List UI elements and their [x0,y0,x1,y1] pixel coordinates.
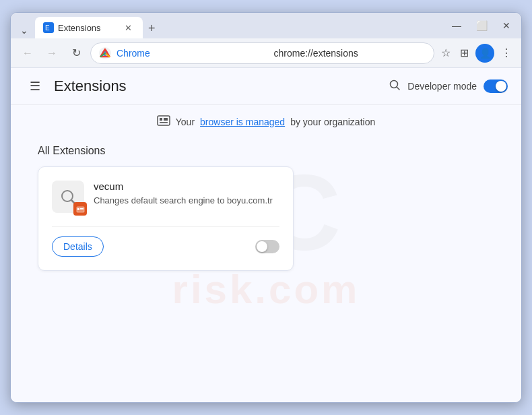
page-title: Extensions [54,77,389,95]
extensions-icon[interactable]: ⊞ [457,44,471,62]
chrome-logo-icon [99,47,111,59]
extension-name: vecum [94,181,279,192]
browser-menu-icon[interactable]: ⋮ [498,44,514,62]
svg-rect-13 [77,208,79,210]
sidebar-toggle-button[interactable]: ☰ [24,76,46,96]
svg-line-5 [397,87,399,90]
extension-details-button[interactable]: Details [52,236,104,257]
extension-toggle-thumb [257,241,267,252]
maximize-button[interactable]: ⬜ [471,18,493,34]
extension-card-bottom: Details [52,226,279,257]
extensions-list: All Extensions [11,138,521,284]
extension-description: Changes default search engine to boyu.co… [94,195,279,207]
chrome-site-label: Chrome [117,48,269,59]
managed-notice: Your browser is managed by your organiza… [11,105,521,138]
tab-favicon-icon: E [43,22,54,33]
back-button[interactable]: ← [18,43,38,63]
svg-rect-7 [160,118,162,121]
svg-rect-8 [160,122,168,123]
nav-bar: ← → ↻ Chrome chrome://extensions ☆ ⊞ 👤 ⋮ [11,38,521,68]
minimize-button[interactable]: — [446,18,467,34]
svg-rect-6 [158,116,170,125]
extension-card-top: vecum Changes default search engine to b… [52,181,279,213]
extension-card: vecum Changes default search engine to b… [38,166,294,271]
active-tab[interactable]: E Extensions ✕ [35,17,143,38]
managed-notice-prefix: Your [176,117,195,127]
new-tab-button[interactable]: + [143,19,161,38]
developer-mode-toggle[interactable] [484,79,508,93]
managed-link[interactable]: browser is managed [200,117,285,127]
window-controls: — ⬜ ✕ [446,18,516,34]
title-bar: ⌄ E Extensions ✕ + — ⬜ ✕ [11,13,521,38]
profile-icon[interactable]: 👤 [475,44,494,63]
extension-badge-icon [73,202,87,216]
svg-rect-9 [164,118,168,121]
forward-button[interactable]: → [42,43,62,63]
tab-title-label: Extensions [58,23,101,33]
managed-icon [157,113,170,130]
reload-button[interactable]: ↻ [66,43,86,63]
extensions-header: ☰ Extensions Developer mode [11,68,521,105]
tab-bar: ⌄ E Extensions ✕ + [16,13,442,38]
svg-rect-14 [80,208,84,209]
svg-text:E: E [45,24,50,32]
bookmark-icon[interactable]: ☆ [438,44,453,62]
toggle-thumb [496,81,506,92]
search-button[interactable] [389,79,401,94]
extension-enable-toggle[interactable] [255,240,279,253]
url-display: chrome://extensions [274,48,426,59]
svg-rect-15 [80,210,84,210]
tab-dropdown-button[interactable]: ⌄ [16,22,32,38]
page-content: PC risk.com ☰ Extensions Developer mode [11,68,521,402]
extension-icon-wrapper [52,181,84,213]
section-title: All Extensions [38,145,494,157]
extension-info: vecum Changes default search engine to b… [94,181,279,207]
address-bar[interactable]: Chrome chrome://extensions [90,42,434,64]
developer-mode-section: Developer mode [389,79,508,94]
close-button[interactable]: ✕ [497,18,516,34]
tab-close-button[interactable]: ✕ [122,22,135,34]
managed-notice-suffix: by your organization [290,117,375,127]
browser-window: ⌄ E Extensions ✕ + — ⬜ ✕ ← → ↻ [10,12,522,403]
developer-mode-label: Developer mode [407,81,477,92]
